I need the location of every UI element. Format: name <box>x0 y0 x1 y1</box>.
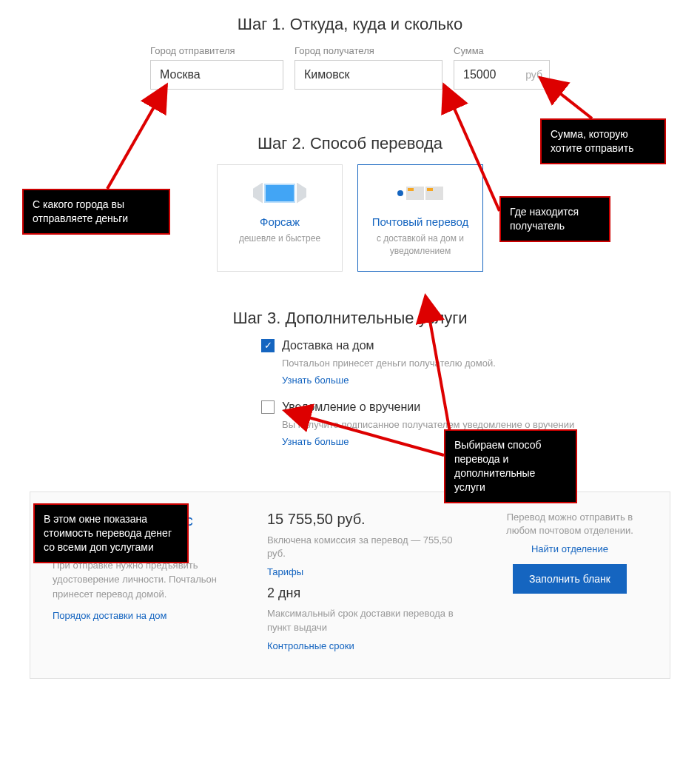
summary-side-text: Перевод можно отправить в любом почтовом… <box>492 511 647 537</box>
callout-cost: В этом окне показана стоимость перевода … <box>33 503 189 563</box>
callout-receiver: Где находится получатель <box>499 196 610 242</box>
amount-label: Сумма <box>454 45 550 56</box>
fill-form-button[interactable]: Заполнить бланк <box>513 564 627 594</box>
callout-sender: С какого города вы отправляете деньги <box>22 189 170 235</box>
notification-more[interactable]: Узнать больше <box>282 436 349 447</box>
method-forsazh-sub: дешевле и быстрее <box>225 232 334 245</box>
home-delivery-label: Доставка на дом <box>282 339 374 352</box>
step3-title: Шаг 3. Дополнительные услуги <box>0 309 700 328</box>
method-forsazh[interactable]: Форсаж дешевле и быстрее <box>217 164 343 272</box>
postal-icon <box>366 176 475 209</box>
step1-title: Шаг 1. Откуда, куда и сколько <box>0 15 700 34</box>
find-office-link[interactable]: Найти отделение <box>531 543 608 554</box>
callout-amount: Сумма, которую хотите отправить <box>540 118 666 164</box>
amount-unit: руб <box>525 69 542 81</box>
summary-days: 2 дня <box>267 586 462 601</box>
method-postal-title: Почтовый перевод <box>366 215 475 228</box>
method-postal-sub: с доставкой на дом и уведомлением <box>366 232 475 258</box>
deadlines-link[interactable]: Контрольные сроки <box>267 640 354 651</box>
step1-inputs: Город отправителя Город получателя Сумма… <box>0 45 700 90</box>
sender-city-input[interactable] <box>150 60 283 90</box>
home-delivery-more[interactable]: Узнать больше <box>282 375 349 386</box>
receiver-city-label: Город получателя <box>295 45 442 56</box>
summary-text: При отправке нужно предъявить удостовере… <box>53 558 238 602</box>
delivery-order-link[interactable]: Порядок доставки на дом <box>53 610 166 621</box>
method-postal[interactable]: Почтовый перевод с доставкой на дом и ув… <box>357 164 483 272</box>
callout-method: Выбираем способ перевода и дополнительны… <box>444 429 577 503</box>
tariffs-link[interactable]: Тарифы <box>267 566 303 577</box>
forsazh-icon <box>225 176 334 209</box>
checkbox-home-delivery[interactable]: ✓ <box>261 339 275 352</box>
summary-commission: Включена комиссия за перевод — 755,50 ру… <box>267 534 462 560</box>
home-delivery-desc: Почтальон принесет деньги получателю дом… <box>282 357 587 370</box>
sender-city-label: Город отправителя <box>150 45 283 56</box>
method-forsazh-title: Форсаж <box>225 215 334 228</box>
receiver-city-input[interactable] <box>295 60 442 90</box>
summary-days-desc: Максимальный срок доставки перевода в пу… <box>267 607 462 634</box>
checkbox-notification[interactable] <box>261 400 275 414</box>
notification-label: Уведомление о вручении <box>282 400 420 414</box>
summary-price: 15 755,50 руб. <box>267 511 462 528</box>
